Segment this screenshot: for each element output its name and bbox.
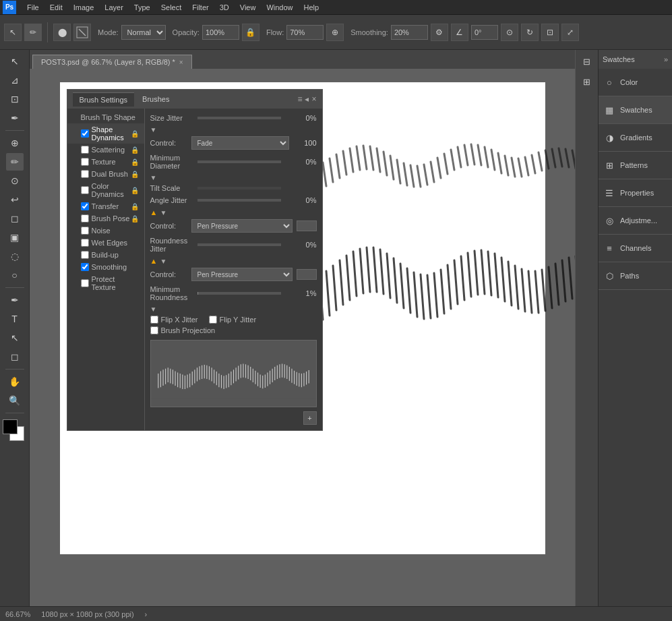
tab-close[interactable]: × — [179, 59, 183, 66]
layers-icon[interactable]: ⊟ — [578, 53, 596, 70]
canvas-rotation[interactable]: ↻ — [521, 24, 539, 41]
angle-icon[interactable]: ∠ — [451, 24, 468, 41]
menu-help[interactable]: Help — [299, 2, 325, 13]
panel-close-btn[interactable]: × — [311, 94, 316, 104]
panel-collapse-btn[interactable]: ◂ — [305, 94, 309, 104]
noise[interactable]: Noise — [67, 225, 144, 237]
tool-clone[interactable]: ⊙ — [6, 172, 24, 189]
right-panel-paths[interactable]: ⬡ Paths — [599, 262, 672, 290]
right-panel-patterns[interactable]: ⊞ Patterns — [599, 152, 672, 179]
min-roundness-slider[interactable] — [197, 292, 281, 295]
opacity-input[interactable] — [202, 25, 239, 40]
menu-3d[interactable]: 3D — [214, 2, 235, 13]
tab-brush-settings[interactable]: Brush Settings — [73, 92, 135, 107]
foreground-color[interactable] — [3, 419, 18, 434]
tilt-scale-slider[interactable] — [197, 187, 281, 189]
right-panel-channels[interactable]: ≡ Channels — [599, 235, 672, 262]
frame-view[interactable]: ⊡ — [541, 24, 559, 41]
add-preset-btn[interactable]: + — [303, 411, 317, 425]
right-panel-collapse[interactable]: » — [664, 55, 668, 63]
smoothing-settings[interactable]: ⚙ — [431, 24, 448, 41]
tool-shape[interactable]: ◻ — [6, 348, 24, 365]
smoothing-item[interactable]: Smoothing — [67, 261, 144, 273]
tool-path-select[interactable]: ↖ — [6, 329, 24, 347]
tool-blur[interactable]: ◌ — [6, 247, 24, 265]
flip-y-cb[interactable] — [209, 316, 217, 324]
wet-edges-cb[interactable] — [81, 239, 89, 247]
tool-pen[interactable]: ✒ — [6, 291, 24, 309]
wet-edges[interactable]: Wet Edges — [67, 237, 144, 249]
brush-size-icon[interactable] — [73, 24, 91, 41]
channels-adjust-icon[interactable]: ⊞ — [578, 73, 596, 90]
menu-view[interactable]: View — [235, 2, 262, 13]
scattering-cb[interactable] — [81, 146, 89, 154]
white-canvas[interactable]: Brush Settings Brushes ≡ ◂ × — [60, 82, 545, 554]
color-dynamics-cb[interactable] — [81, 186, 89, 194]
menu-file[interactable]: File — [22, 2, 44, 13]
tool-brush-left[interactable]: ✏ — [6, 153, 24, 171]
brush-pose-cb[interactable] — [81, 214, 89, 223]
shape-dynamics[interactable]: Shape Dynamics 🔒 — [67, 123, 144, 144]
menu-type[interactable]: Type — [129, 2, 156, 13]
menu-window[interactable]: Window — [261, 2, 298, 13]
brush-pose[interactable]: Brush Pose 🔒 — [67, 212, 144, 225]
angle-jitter-slider[interactable] — [197, 199, 281, 202]
opacity-lock[interactable]: 🔒 — [242, 24, 259, 41]
menu-edit[interactable]: Edit — [44, 2, 68, 13]
right-panel-gradients[interactable]: ◑ Gradients — [599, 124, 672, 152]
min-diameter-slider[interactable] — [197, 160, 281, 163]
nav-arrow[interactable]: › — [145, 610, 148, 618]
build-up-cb[interactable] — [81, 251, 89, 259]
noise-cb[interactable] — [81, 227, 89, 235]
protect-texture-cb[interactable] — [81, 279, 89, 287]
smoothing-cb[interactable] — [81, 263, 89, 271]
shape-dynamics-cb[interactable] — [81, 129, 89, 138]
mode-select[interactable]: Normal — [121, 25, 166, 40]
roundness-jitter-slider[interactable] — [197, 243, 281, 246]
color-dynamics[interactable]: Color Dynamics 🔒 — [67, 180, 144, 200]
build-up[interactable]: Build-up — [67, 249, 144, 261]
tool-zoom[interactable]: 🔍 — [6, 392, 24, 409]
tool-eyedropper[interactable]: ✒ — [6, 109, 24, 127]
flow-input[interactable] — [286, 25, 324, 40]
tool-crop[interactable]: ⊡ — [6, 90, 24, 108]
angle-input[interactable] — [471, 25, 498, 40]
control-select-1[interactable]: Fade — [191, 136, 289, 150]
tool-gradient[interactable]: ▣ — [6, 229, 24, 246]
airbrush-toggle[interactable]: ⊕ — [326, 24, 344, 41]
dual-brush[interactable]: Dual Brush 🔒 — [67, 168, 144, 180]
tab-brushes[interactable]: Brushes — [135, 92, 176, 106]
right-panel-adjustments[interactable]: ◎ Adjustme... — [599, 207, 672, 235]
right-panel-swatches[interactable]: ▦ Swatches — [599, 96, 672, 124]
scattering[interactable]: Scattering 🔒 — [67, 144, 144, 156]
tool-eraser[interactable]: ◻ — [6, 210, 24, 227]
tool-move[interactable]: ↖ — [4, 24, 22, 41]
control-select-3[interactable]: Pen Pressure — [191, 268, 293, 281]
tool-brush[interactable]: ✏ — [24, 24, 42, 41]
tool-healing[interactable]: ⊕ — [6, 134, 24, 152]
brush-picker[interactable]: ⬤ — [53, 24, 71, 41]
right-panel-color[interactable]: ○ Color — [599, 69, 672, 96]
menu-select[interactable]: Select — [156, 2, 187, 13]
dual-brush-cb[interactable] — [81, 170, 89, 178]
smoothing-input[interactable] — [391, 25, 428, 40]
flip-x-cb[interactable] — [150, 316, 158, 324]
protect-texture[interactable]: Protect Texture — [67, 273, 144, 293]
menu-image[interactable]: Image — [68, 2, 100, 13]
texture-cb[interactable] — [81, 158, 89, 166]
tool-hand[interactable]: ✋ — [6, 373, 24, 390]
tool-history[interactable]: ↩ — [6, 191, 24, 208]
distribute[interactable]: ⤢ — [561, 24, 579, 41]
texture[interactable]: Texture 🔒 — [67, 156, 144, 168]
tool-lasso[interactable]: ⊿ — [6, 71, 24, 89]
panel-menu-btn[interactable]: ≡ — [297, 94, 302, 104]
control-select-2[interactable]: Pen Pressure — [191, 219, 293, 233]
tool-type[interactable]: T — [6, 310, 24, 328]
tool-select-arrow[interactable]: ↖ — [6, 53, 24, 70]
brush-tip-shape[interactable]: Brush Tip Shape — [67, 111, 144, 123]
menu-layer[interactable]: Layer — [99, 2, 129, 13]
tool-dodge[interactable]: ○ — [6, 266, 24, 284]
brush-projection-cb[interactable] — [150, 326, 158, 334]
menu-filter[interactable]: Filter — [187, 2, 214, 13]
pressure-toggle[interactable]: ⊙ — [501, 24, 518, 41]
